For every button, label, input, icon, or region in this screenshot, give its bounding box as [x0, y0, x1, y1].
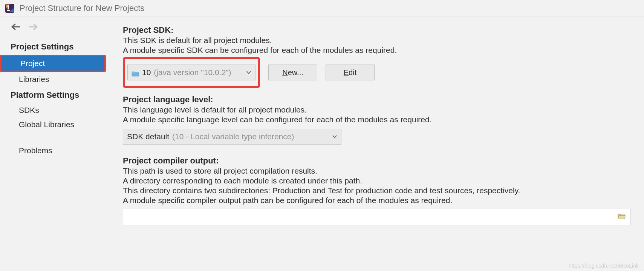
project-sdk-desc1: This SDK is default for all project modu… — [123, 36, 630, 45]
main-wrap: Project Settings Project Libraries Platf… — [0, 17, 644, 271]
project-sdk-desc2: A module specific SDK can be configured … — [123, 46, 630, 55]
window-title: Project Structure for New Projects — [20, 3, 144, 13]
compiler-output-desc3: This directory contains two subdirectori… — [123, 186, 630, 195]
edit-sdk-button[interactable]: Edit — [326, 65, 375, 80]
highlight-box-project: Project — [0, 55, 106, 72]
language-level-desc1: This language level is default for all p… — [123, 105, 630, 114]
chevron-down-icon — [246, 69, 251, 75]
sidebar-item-sdks[interactable]: SDKs — [0, 103, 109, 117]
content-panel: Project SDK: This SDK is default for all… — [109, 17, 644, 271]
compiler-output-desc1: This path is used to store all project c… — [123, 166, 630, 176]
project-sdk-value-sub: (java version "10.0.2") — [154, 68, 231, 77]
sidebar-section-platform-settings: Platform Settings — [0, 86, 109, 103]
sidebar-divider — [0, 138, 109, 138]
sidebar-item-problems[interactable]: Problems — [0, 143, 109, 158]
sidebar-item-project[interactable]: Project — [2, 56, 104, 71]
title-bar: Project Structure for New Projects — [0, 0, 644, 17]
compiler-output-desc2: A directory corresponding to each module… — [123, 176, 630, 185]
intellij-icon — [5, 3, 15, 14]
svg-rect-3 — [132, 71, 135, 72]
compiler-output-label: Project compiler output: — [123, 156, 630, 166]
nav-history-buttons — [0, 19, 109, 38]
svg-rect-2 — [8, 5, 9, 9]
language-level-desc2: A module specific language level can be … — [123, 115, 630, 124]
forward-icon[interactable] — [29, 23, 38, 33]
project-sdk-row: 10 (java version "10.0.2") New... Edit — [123, 57, 630, 88]
project-sdk-label: Project SDK: — [123, 25, 630, 35]
sidebar-item-global-libraries[interactable]: Global Libraries — [0, 117, 109, 132]
highlight-box-sdk: 10 (java version "10.0.2") — [123, 57, 260, 88]
edit-btn-label: dit — [349, 68, 356, 77]
compiler-output-row — [123, 209, 630, 225]
language-level-value-main: SDK default — [127, 132, 169, 141]
sidebar-item-libraries[interactable]: Libraries — [0, 72, 109, 86]
sidebar-section-project-settings: Project Settings — [0, 38, 109, 55]
folder-open-icon[interactable] — [617, 213, 626, 222]
sidebar: Project Settings Project Libraries Platf… — [0, 17, 109, 271]
language-level-label: Project language level: — [123, 95, 630, 105]
new-btn-label: ew... — [288, 68, 303, 77]
language-level-combo[interactable]: SDK default (10 - Local variable type in… — [123, 129, 341, 145]
new-sdk-button[interactable]: New... — [268, 65, 317, 80]
watermark-text: https://blog.csdn.net/BitcoLink — [569, 263, 639, 269]
compiler-output-input[interactable] — [123, 209, 630, 225]
compiler-output-desc4: A module specific compiler output path c… — [123, 196, 630, 205]
svg-rect-1 — [7, 10, 10, 11]
chevron-down-icon — [332, 134, 337, 140]
back-icon[interactable] — [11, 23, 20, 33]
language-level-value-sub: (10 - Local variable type inference) — [172, 132, 294, 141]
project-sdk-combo[interactable]: 10 (java version "10.0.2") — [127, 65, 255, 80]
jdk-folder-icon — [132, 69, 139, 75]
project-sdk-value-main: 10 — [142, 68, 151, 77]
